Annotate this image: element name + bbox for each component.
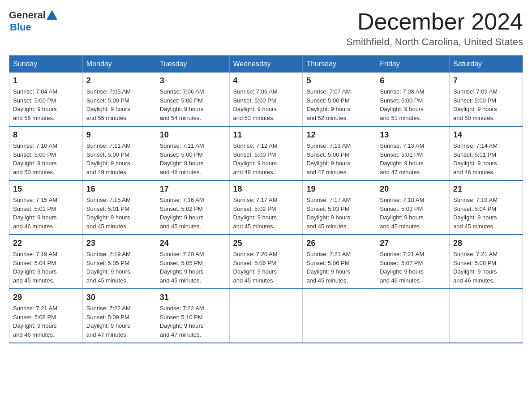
day-number: 28	[453, 239, 519, 248]
day-of-week-monday: Monday	[82, 56, 156, 73]
day-info: Sunrise: 7:08 AMSunset: 5:00 PMDaylight:…	[380, 87, 446, 122]
day-info: Sunrise: 7:04 AMSunset: 5:00 PMDaylight:…	[13, 87, 79, 122]
calendar-cell: 24Sunrise: 7:20 AMSunset: 5:05 PMDayligh…	[156, 235, 229, 289]
day-number: 1	[13, 76, 79, 86]
calendar-cell: 22Sunrise: 7:19 AMSunset: 5:04 PMDayligh…	[9, 235, 83, 289]
day-number: 31	[160, 293, 226, 302]
calendar-cell: 27Sunrise: 7:21 AMSunset: 5:07 PMDayligh…	[376, 235, 450, 289]
calendar-cell: 7Sunrise: 7:09 AMSunset: 5:00 PMDaylight…	[450, 73, 523, 126]
day-number: 19	[306, 184, 372, 194]
day-of-week-tuesday: Tuesday	[156, 56, 229, 73]
day-info: Sunrise: 7:15 AMSunset: 5:01 PMDaylight:…	[86, 196, 152, 231]
day-number: 30	[86, 293, 152, 302]
day-info: Sunrise: 7:10 AMSunset: 5:00 PMDaylight:…	[13, 141, 79, 176]
days-of-week-row: SundayMondayTuesdayWednesdayThursdayFrid…	[9, 56, 523, 73]
logo-icon	[46, 9, 58, 21]
calendar-cell: 11Sunrise: 7:12 AMSunset: 5:00 PMDayligh…	[229, 126, 303, 180]
day-info: Sunrise: 7:20 AMSunset: 5:05 PMDaylight:…	[160, 250, 226, 285]
calendar-cell: 17Sunrise: 7:16 AMSunset: 5:02 PMDayligh…	[156, 180, 229, 235]
calendar-cell: 10Sunrise: 7:11 AMSunset: 5:00 PMDayligh…	[156, 126, 229, 180]
day-info: Sunrise: 7:13 AMSunset: 5:01 PMDaylight:…	[380, 141, 446, 176]
day-info: Sunrise: 7:11 AMSunset: 5:00 PMDaylight:…	[160, 141, 226, 176]
day-number: 25	[233, 239, 299, 248]
day-info: Sunrise: 7:19 AMSunset: 5:04 PMDaylight:…	[13, 250, 79, 285]
day-info: Sunrise: 7:06 AMSunset: 5:00 PMDaylight:…	[160, 87, 226, 122]
day-info: Sunrise: 7:18 AMSunset: 5:03 PMDaylight:…	[380, 196, 446, 231]
calendar-cell: 5Sunrise: 7:07 AMSunset: 5:00 PMDaylight…	[303, 73, 376, 126]
calendar-cell: 29Sunrise: 7:21 AMSunset: 5:08 PMDayligh…	[9, 289, 83, 343]
day-number: 23	[86, 239, 152, 248]
calendar-cell: 14Sunrise: 7:14 AMSunset: 5:01 PMDayligh…	[450, 126, 523, 180]
day-number: 21	[453, 184, 519, 194]
day-number: 7	[453, 76, 519, 86]
calendar-cell: 26Sunrise: 7:21 AMSunset: 5:06 PMDayligh…	[303, 235, 376, 289]
week-row-3: 15Sunrise: 7:15 AMSunset: 5:01 PMDayligh…	[9, 180, 523, 235]
calendar-cell: 20Sunrise: 7:18 AMSunset: 5:03 PMDayligh…	[376, 180, 450, 235]
day-number: 2	[86, 76, 152, 86]
calendar-cell: 6Sunrise: 7:08 AMSunset: 5:00 PMDaylight…	[376, 73, 450, 126]
day-info: Sunrise: 7:16 AMSunset: 5:02 PMDaylight:…	[160, 196, 226, 231]
calendar-cell: 19Sunrise: 7:17 AMSunset: 5:03 PMDayligh…	[303, 180, 376, 235]
day-info: Sunrise: 7:14 AMSunset: 5:01 PMDaylight:…	[453, 141, 519, 176]
day-info: Sunrise: 7:17 AMSunset: 5:03 PMDaylight:…	[306, 196, 372, 231]
calendar-cell: 30Sunrise: 7:22 AMSunset: 5:09 PMDayligh…	[82, 289, 156, 343]
calendar-cell: 23Sunrise: 7:19 AMSunset: 5:05 PMDayligh…	[82, 235, 156, 289]
month-title: December 2024	[346, 9, 523, 34]
day-info: Sunrise: 7:20 AMSunset: 5:06 PMDaylight:…	[233, 250, 299, 285]
day-number: 27	[380, 239, 446, 248]
logo: General Blue	[9, 9, 58, 33]
day-info: Sunrise: 7:11 AMSunset: 5:00 PMDaylight:…	[86, 141, 152, 176]
day-number: 11	[233, 130, 299, 140]
day-info: Sunrise: 7:15 AMSunset: 5:01 PMDaylight:…	[13, 196, 79, 231]
day-of-week-friday: Friday	[376, 56, 450, 73]
week-row-2: 8Sunrise: 7:10 AMSunset: 5:00 PMDaylight…	[9, 126, 523, 180]
calendar-cell: 31Sunrise: 7:22 AMSunset: 5:10 PMDayligh…	[156, 289, 229, 343]
title-area: December 2024 Smithfield, North Carolina…	[346, 9, 523, 48]
day-number: 15	[13, 184, 79, 194]
calendar-cell: 13Sunrise: 7:13 AMSunset: 5:01 PMDayligh…	[376, 126, 450, 180]
logo-general-text: General	[9, 9, 46, 21]
day-number: 18	[233, 184, 299, 194]
calendar-cell	[229, 289, 303, 343]
calendar-cell: 3Sunrise: 7:06 AMSunset: 5:00 PMDaylight…	[156, 73, 229, 126]
day-number: 14	[453, 130, 519, 140]
day-number: 24	[160, 239, 226, 248]
page-header: General Blue December 2024 Smithfield, N…	[9, 9, 523, 48]
day-info: Sunrise: 7:17 AMSunset: 5:02 PMDaylight:…	[233, 196, 299, 231]
week-row-4: 22Sunrise: 7:19 AMSunset: 5:04 PMDayligh…	[9, 235, 523, 289]
calendar-cell: 15Sunrise: 7:15 AMSunset: 5:01 PMDayligh…	[9, 180, 83, 235]
day-info: Sunrise: 7:21 AMSunset: 5:08 PMDaylight:…	[453, 250, 519, 285]
calendar-cell: 25Sunrise: 7:20 AMSunset: 5:06 PMDayligh…	[229, 235, 303, 289]
day-number: 12	[306, 130, 372, 140]
day-number: 26	[306, 239, 372, 248]
day-number: 3	[160, 76, 226, 86]
day-number: 10	[160, 130, 226, 140]
calendar-cell	[376, 289, 450, 343]
calendar-cell: 4Sunrise: 7:06 AMSunset: 5:00 PMDaylight…	[229, 73, 303, 126]
day-info: Sunrise: 7:06 AMSunset: 5:00 PMDaylight:…	[233, 87, 299, 122]
day-info: Sunrise: 7:09 AMSunset: 5:00 PMDaylight:…	[453, 87, 519, 122]
day-info: Sunrise: 7:13 AMSunset: 5:00 PMDaylight:…	[306, 141, 372, 176]
calendar-cell	[450, 289, 523, 343]
day-number: 13	[380, 130, 446, 140]
day-info: Sunrise: 7:22 AMSunset: 5:09 PMDaylight:…	[86, 304, 152, 339]
day-number: 20	[380, 184, 446, 194]
day-info: Sunrise: 7:21 AMSunset: 5:08 PMDaylight:…	[13, 304, 79, 339]
day-info: Sunrise: 7:22 AMSunset: 5:10 PMDaylight:…	[160, 304, 226, 339]
day-info: Sunrise: 7:19 AMSunset: 5:05 PMDaylight:…	[86, 250, 152, 285]
calendar-cell: 16Sunrise: 7:15 AMSunset: 5:01 PMDayligh…	[82, 180, 156, 235]
day-info: Sunrise: 7:12 AMSunset: 5:00 PMDaylight:…	[233, 141, 299, 176]
day-number: 5	[306, 76, 372, 86]
day-info: Sunrise: 7:21 AMSunset: 5:07 PMDaylight:…	[380, 250, 446, 285]
day-info: Sunrise: 7:18 AMSunset: 5:04 PMDaylight:…	[453, 196, 519, 231]
day-of-week-sunday: Sunday	[9, 56, 83, 73]
week-row-5: 29Sunrise: 7:21 AMSunset: 5:08 PMDayligh…	[9, 289, 523, 343]
calendar-cell: 9Sunrise: 7:11 AMSunset: 5:00 PMDaylight…	[82, 126, 156, 180]
calendar-cell: 12Sunrise: 7:13 AMSunset: 5:00 PMDayligh…	[303, 126, 376, 180]
calendar-cell: 28Sunrise: 7:21 AMSunset: 5:08 PMDayligh…	[450, 235, 523, 289]
calendar-cell: 18Sunrise: 7:17 AMSunset: 5:02 PMDayligh…	[229, 180, 303, 235]
day-number: 9	[86, 130, 152, 140]
location-title: Smithfield, North Carolina, United State…	[346, 36, 523, 48]
day-of-week-saturday: Saturday	[450, 56, 523, 73]
day-number: 6	[380, 76, 446, 86]
